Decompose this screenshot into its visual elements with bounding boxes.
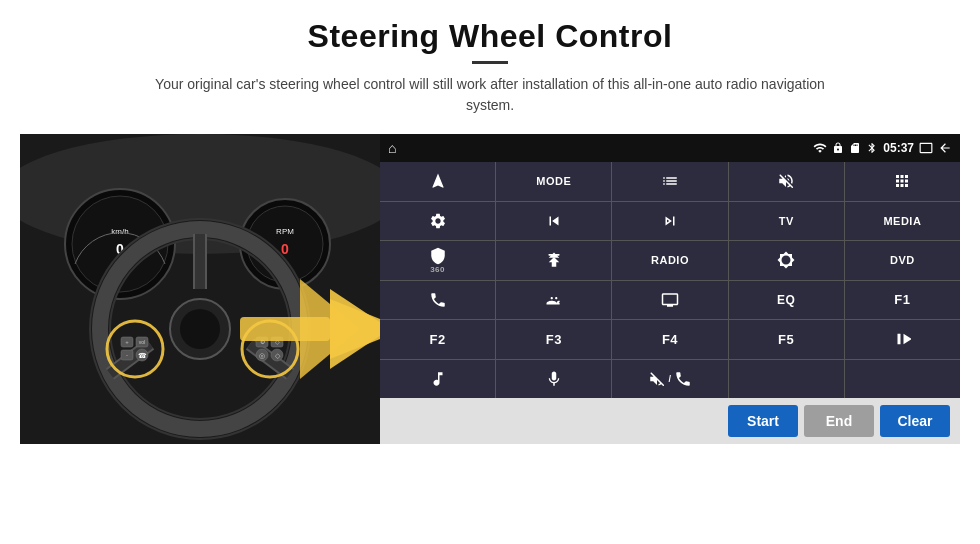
svg-point-20 <box>180 309 220 349</box>
svg-text:-: - <box>126 352 128 358</box>
empty-btn-1[interactable] <box>729 360 844 399</box>
media-btn[interactable]: MEDIA <box>845 202 960 241</box>
title-divider <box>472 61 508 64</box>
vol-phone-btn[interactable]: / <box>612 360 727 399</box>
play-pause-btn[interactable] <box>845 320 960 359</box>
f2-btn[interactable]: F2 <box>380 320 495 359</box>
back-icon[interactable] <box>938 141 952 155</box>
bottom-bar: Start End Clear <box>380 398 960 444</box>
radio-btn[interactable]: RADIO <box>612 241 727 280</box>
bluetooth-icon <box>866 142 878 154</box>
content-area: km/h 0 RPM 0 <box>20 134 960 444</box>
navigate-btn[interactable] <box>380 162 495 201</box>
svg-text:☎: ☎ <box>138 352 147 359</box>
mute-btn[interactable] <box>729 162 844 201</box>
mic-btn[interactable] <box>496 360 611 399</box>
svg-text:RPM: RPM <box>276 227 294 236</box>
prev-btn[interactable] <box>496 202 611 241</box>
status-bar: ⌂ <box>380 134 960 162</box>
svg-text:+: + <box>125 339 129 345</box>
eject-btn[interactable] <box>496 241 611 280</box>
mode-btn[interactable]: MODE <box>496 162 611 201</box>
end-button[interactable]: End <box>804 405 874 437</box>
tv-btn[interactable]: TV <box>729 202 844 241</box>
brightness-btn[interactable] <box>729 241 844 280</box>
page-title: Steering Wheel Control <box>130 18 850 55</box>
apps-btn[interactable] <box>845 162 960 201</box>
f5-btn[interactable]: F5 <box>729 320 844 359</box>
settings-btn[interactable] <box>380 202 495 241</box>
svg-text:vol: vol <box>139 339 145 345</box>
phone-btn[interactable] <box>380 281 495 320</box>
music-btn[interactable] <box>380 360 495 399</box>
f1-btn[interactable]: F1 <box>845 281 960 320</box>
time-display: 05:37 <box>883 141 914 155</box>
screen-icon <box>919 141 933 155</box>
f4-btn[interactable]: F4 <box>612 320 727 359</box>
svg-text:km/h: km/h <box>111 227 128 236</box>
svg-text:◎: ◎ <box>259 352 265 359</box>
empty-btn-2[interactable] <box>845 360 960 399</box>
svg-rect-41 <box>240 317 330 341</box>
home-icon[interactable]: ⌂ <box>388 140 396 156</box>
wifi-icon <box>813 141 827 155</box>
lock-icon <box>832 142 844 154</box>
button-grid: MODE TV <box>380 162 960 398</box>
hu-screen: ⌂ <box>380 134 960 444</box>
swipe-btn[interactable] <box>496 281 611 320</box>
title-section: Steering Wheel Control Your original car… <box>130 18 850 128</box>
status-right: 05:37 <box>813 141 952 155</box>
status-left: ⌂ <box>388 140 396 156</box>
page-container: Steering Wheel Control Your original car… <box>0 0 980 544</box>
dvd-btn[interactable]: DVD <box>845 241 960 280</box>
sdcard-icon <box>849 142 861 154</box>
eq-btn[interactable]: EQ <box>729 281 844 320</box>
subtitle-text: Your original car's steering wheel contr… <box>130 74 850 116</box>
next-btn[interactable] <box>612 202 727 241</box>
clear-button[interactable]: Clear <box>880 405 950 437</box>
list-btn[interactable] <box>612 162 727 201</box>
screen2-btn[interactable] <box>612 281 727 320</box>
camera360-btn[interactable]: 360 <box>380 241 495 280</box>
f3-btn[interactable]: F3 <box>496 320 611 359</box>
start-button[interactable]: Start <box>728 405 798 437</box>
steering-wheel-image: km/h 0 RPM 0 <box>20 134 380 444</box>
